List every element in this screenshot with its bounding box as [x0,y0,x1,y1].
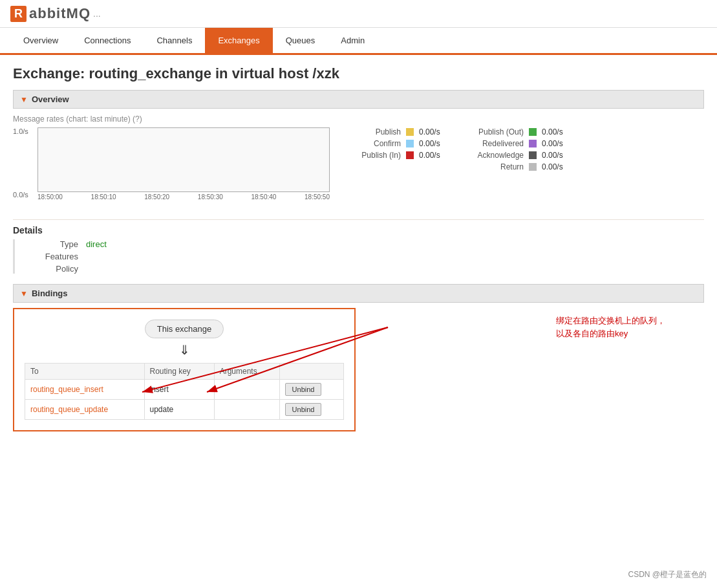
binding-to-insert: routing_queue_insert [25,380,145,400]
nav-exchanges[interactable]: Exchanges [205,28,272,53]
stat-confirm: Confirm 0.00/s [343,139,446,148]
binding-arguments-update [214,400,279,420]
col-action [279,364,343,380]
annotation-line2: 以及各自的路由key [556,327,665,340]
stat-publish: Publish 0.00/s [343,127,446,136]
stat-confirm-label: Confirm [343,139,401,148]
page-content: Exchange: routing_exchange in virtual ho… [0,55,717,442]
binding-to-update: routing_queue_update [25,400,145,420]
col-to: To [25,364,145,380]
table-row: routing_queue_update update Unbind [25,400,344,420]
nav-admin[interactable]: Admin [328,28,378,53]
binding-action-update: Unbind [279,400,343,420]
x-label-5: 18:50:50 [305,193,330,201]
nav-channels[interactable]: Channels [144,28,205,53]
stat-redelivered-label: Redelivered [466,139,524,148]
stats-group-right: Publish (Out) 0.00/s Redelivered 0.00/s … [466,127,569,171]
stat-acknowledge-label: Acknowledge [466,151,524,160]
detail-policy-key: Policy [21,264,86,274]
stat-publish-in-value: 0.00/s [419,151,440,160]
detail-features-row: Features [21,252,704,261]
queue-link-insert[interactable]: routing_queue_insert [30,385,103,394]
queue-link-update[interactable]: routing_queue_update [30,405,108,414]
unbind-button-update[interactable]: Unbind [285,403,322,416]
header: R abbitMQ ... [0,0,717,28]
stat-acknowledge-color-icon [529,151,537,159]
chart-stats-row: 1.0/s 0.0/s 18:50:00 18:50:10 18:50:20 1… [13,127,704,212]
x-label-2: 18:50:20 [144,193,169,201]
x-label-4: 18:50:40 [251,193,276,201]
x-label-0: 18:50:00 [37,193,63,201]
table-row: routing_queue_insert insert Unbind [25,380,344,400]
stat-publish-in: Publish (In) 0.00/s [343,151,446,160]
col-routing-key: Routing key [144,364,214,380]
col-arguments: Arguments [214,364,279,380]
down-arrow-icon: ⇓ [25,342,344,358]
logo-dots: ... [93,8,101,19]
chart-box [37,127,330,192]
bindings-section-label: Bindings [32,289,68,298]
stat-return-label: Return [466,162,524,171]
nav-overview[interactable]: Overview [10,28,71,53]
binding-routing-key-update: update [144,400,214,420]
page-title-suffix: in virtual host /xzk [215,65,339,82]
overview-section-label: Overview [32,94,69,104]
stat-publish-label: Publish [343,127,401,136]
stat-confirm-value: 0.00/s [419,139,440,148]
binding-routing-key-insert: insert [144,380,214,400]
bindings-section-header[interactable]: ▼ Bindings [13,284,704,303]
details-title: Details [13,219,704,235]
stats-group-left: Publish 0.00/s Confirm 0.00/s Publish (I… [343,127,446,171]
chart-y-axis: 1.0/s 0.0/s [13,127,37,199]
stat-publish-in-label: Publish (In) [343,151,401,160]
detail-policy-row: Policy [21,264,704,274]
stat-acknowledge: Acknowledge 0.00/s [466,151,569,160]
chart-area: 1.0/s 0.0/s 18:50:00 18:50:10 18:50:20 1… [13,127,330,212]
stat-redelivered: Redelivered 0.00/s [466,139,569,148]
unbind-button-insert[interactable]: Unbind [285,383,322,396]
stat-publish-out-label: Publish (Out) [466,127,524,136]
detail-features-key: Features [21,252,86,261]
down-arrow-container: ⇓ [25,342,344,358]
stat-redelivered-color-icon [529,140,537,147]
page-title: Exchange: routing_exchange in virtual ho… [13,65,704,82]
detail-type-value: direct [86,239,107,249]
nav-queues[interactable]: Queues [273,28,328,53]
stat-redelivered-value: 0.00/s [542,139,563,148]
overview-section: Message rates (chart: last minute) (?) 1… [13,114,704,212]
binding-arguments-insert [214,380,279,400]
page-title-prefix: Exchange: [13,65,85,82]
detail-type-key: Type [21,239,86,249]
nav-bar: Overview Connections Channels Exchanges … [0,28,717,55]
exchange-center: This exchange [25,320,344,338]
stat-publish-value: 0.00/s [419,127,440,136]
x-label-1: 18:50:10 [91,193,116,201]
stat-publish-color-icon [406,128,414,136]
detail-type-row: Type direct [21,239,704,249]
stat-publish-in-color-icon [406,151,414,159]
bindings-table: To Routing key Arguments routing_queue_i… [25,363,344,420]
stats-panel: Publish 0.00/s Confirm 0.00/s Publish (I… [343,127,569,171]
stat-publish-out-color-icon [529,128,537,136]
details-table: Type direct Features Policy [13,239,704,274]
stat-return-value: 0.00/s [542,162,563,171]
bindings-box: This exchange ⇓ To Routing key Arguments [13,308,356,431]
annotation-line1: 绑定在路由交换机上的队列， [556,314,665,327]
stat-acknowledge-value: 0.00/s [542,151,563,160]
bindings-table-header-row: To Routing key Arguments [25,364,344,380]
bindings-content-wrapper: 绑定在路由交换机上的队列， 以及各自的路由key This exchange ⇓… [13,308,704,431]
details-section: Details Type direct Features Policy [13,219,704,274]
binding-action-insert: Unbind [279,380,343,400]
logo-text: abbitMQ [29,5,91,22]
message-rates-title: Message rates (chart: last minute) (?) [13,114,704,124]
nav-connections[interactable]: Connections [71,28,144,53]
this-exchange-button[interactable]: This exchange [145,320,224,338]
chart-y-low: 0.0/s [13,191,37,199]
overview-arrow-icon: ▼ [20,95,28,104]
stat-return: Return 0.00/s [466,162,569,171]
chart-x-axis: 18:50:00 18:50:10 18:50:20 18:50:30 18:5… [37,193,330,201]
x-label-3: 18:50:30 [198,193,223,201]
stat-return-color-icon [529,163,537,171]
overview-section-header[interactable]: ▼ Overview [13,90,704,109]
stat-publish-out: Publish (Out) 0.00/s [466,127,569,136]
